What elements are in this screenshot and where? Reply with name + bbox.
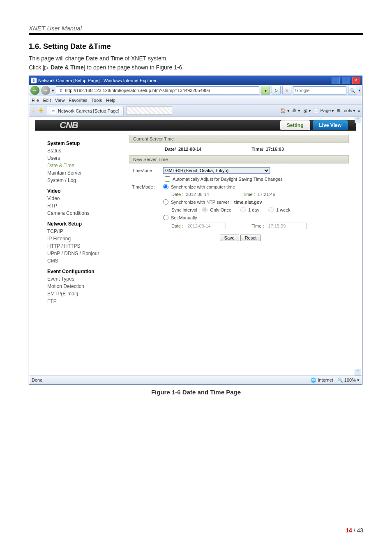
refresh-button[interactable]: ↻ — [272, 86, 281, 95]
browser-navbar: ← → ▾ e http://192.168.123.128/html/oper… — [29, 85, 362, 96]
header-rule — [29, 33, 363, 35]
blocked-image-placeholder — [126, 106, 172, 115]
menu-edit[interactable]: Edit — [43, 98, 51, 103]
manual-date-input[interactable] — [186, 223, 226, 229]
sidebar-item-tcpip[interactable]: TCP/IP — [47, 228, 129, 235]
status-left: Done — [32, 378, 42, 382]
radio-sync-computer[interactable] — [163, 184, 168, 189]
page-current: 14 — [346, 527, 352, 534]
sidebar-item-ftp[interactable]: FTP — [47, 297, 129, 305]
stop-button[interactable]: ✕ — [282, 86, 291, 95]
live-view-button[interactable]: Live View — [313, 120, 348, 130]
radio-set-manually[interactable] — [163, 215, 168, 220]
setting-button[interactable]: Setting — [280, 120, 310, 130]
search-box[interactable]: Google — [293, 86, 346, 94]
menu-help[interactable]: Help — [106, 98, 115, 103]
menu-file[interactable]: File — [32, 98, 39, 103]
triangle-icon: ▷ — [44, 64, 49, 71]
intro-text: This page will change Date and Time of X… — [29, 55, 363, 62]
dst-checkbox[interactable] — [165, 176, 170, 182]
current-server-time-title: Current Server Time — [129, 135, 349, 143]
radio-sync-ntp-label: Synchronize with NTP server : — [171, 200, 232, 205]
sidebar-item-cms[interactable]: CMS — [47, 257, 129, 265]
tab-page-icon: e — [51, 108, 56, 114]
window-maximize-button[interactable]: □ — [342, 77, 350, 84]
save-button[interactable]: Save — [220, 235, 239, 241]
radio-interval-once[interactable] — [202, 207, 208, 212]
page-content: ˄ CNB Setting Live View System Setup Sta… — [29, 117, 362, 375]
home-button[interactable]: 🏠 ▾ — [280, 108, 290, 113]
radio-interval-week[interactable] — [268, 207, 274, 212]
window-minimize-button[interactable]: _ — [332, 77, 340, 84]
sidebar-item-ipfiltering[interactable]: IP Filtering — [47, 235, 129, 242]
pc-date-label: Date : — [171, 192, 183, 197]
page-menu[interactable]: 📄 Page ▾ — [314, 108, 334, 113]
section-title: 1.6. Setting Date &Time — [29, 42, 363, 51]
nav-forward-button[interactable]: → — [41, 86, 50, 95]
doc-header: XNET User Manual — [29, 25, 363, 32]
menu-favorites[interactable]: Favorites — [69, 98, 87, 103]
browser-tab[interactable]: e Network Camera [Setup Page] — [46, 106, 124, 115]
sidebar-item-users[interactable]: Users — [47, 154, 129, 162]
interval-week-label: 1 week — [276, 207, 291, 212]
feeds-button[interactable]: 🖶 ▾ — [292, 108, 300, 113]
current-time-value: 17:16:03 — [266, 147, 284, 152]
current-date-value: 2012-08-14 — [178, 147, 201, 152]
sidebar-group-network: Network Setup — [47, 221, 129, 227]
search-placeholder: Google — [295, 88, 309, 93]
favorites-star-icon[interactable]: ☆ — [31, 107, 36, 114]
sidebar-item-smtp[interactable]: SMTP(E-mail) — [47, 290, 129, 297]
timemode-label: TimeMode : — [132, 184, 161, 189]
sync-interval-label: Sync interval : — [171, 207, 200, 212]
tools-menu[interactable]: ⚙ Tools ▾ — [337, 108, 355, 113]
browser-statusbar: Done 🌐 Internet 🔍 100% ▾ — [29, 375, 362, 384]
nav-dropdown-icon[interactable]: ▾ — [52, 88, 54, 93]
window-titlebar: e Network Camera [Setup Page] - Windows … — [29, 76, 362, 85]
sidebar-item-status[interactable]: Status — [47, 147, 129, 154]
nav-back-button[interactable]: ← — [30, 86, 39, 95]
sidebar-item-video[interactable]: Video — [47, 195, 129, 202]
toolbar-chevron-icon[interactable]: » — [358, 108, 360, 113]
click-suffix: ] to open the page shown in Figure 1-6. — [84, 64, 184, 71]
sidebar-item-http-https[interactable]: HTTP / HTTPS — [47, 242, 129, 250]
add-favorites-icon[interactable]: ✚ — [39, 107, 44, 114]
radio-interval-day[interactable] — [240, 207, 246, 212]
dst-label: Automatically Adjust for Daylight Saving… — [173, 177, 283, 182]
sidebar-item-motion[interactable]: Motion Detection — [47, 283, 129, 290]
sidebar-item-datetime[interactable]: Date & Time — [47, 162, 129, 169]
address-bar[interactable]: e http://192.168.123.128/html/operator/S… — [56, 86, 259, 94]
window-close-button[interactable]: × — [352, 77, 360, 84]
status-zoom[interactable]: 🔍 100% ▾ — [337, 378, 360, 383]
menu-view[interactable]: View — [55, 98, 65, 103]
scroll-up-button[interactable]: ˄ — [355, 117, 361, 123]
search-button[interactable]: 🔍 — [348, 86, 357, 95]
browser-menubar: File Edit View Favorites Tools Help — [29, 96, 362, 105]
menu-tools[interactable]: Tools — [92, 98, 102, 103]
interval-day-label: 1 day — [248, 207, 259, 212]
sidebar-item-maintain[interactable]: Maintain Server — [47, 169, 129, 177]
pc-date-value: 2012-08-14 — [186, 192, 209, 197]
search-dropdown-icon[interactable]: ▾ — [359, 88, 361, 92]
new-server-time-title: New Server Time — [129, 155, 349, 164]
go-dropdown-button[interactable]: ▾ — [261, 86, 270, 95]
pc-time-value: 17:21:46 — [258, 192, 275, 197]
app-header: CNB Setting Live View — [35, 120, 356, 131]
sidebar-item-systemlog[interactable]: System / Log — [47, 177, 129, 184]
sidebar-group-system: System Setup — [47, 140, 129, 146]
current-date-label: Date/ — [165, 147, 176, 152]
timezone-label: TimeZone : — [132, 168, 161, 173]
timezone-select[interactable]: GMT+09 (Seoul, Osaka, Tokyo) — [163, 167, 270, 174]
sidebar-item-upnp-ddns[interactable]: UPnP / DDNS / Bonjour — [47, 250, 129, 257]
page-number: 14 / 43 — [29, 527, 363, 534]
print-button[interactable]: 🖨 ▾ — [303, 108, 311, 113]
sidebar-item-camera-conditions[interactable]: Camera Conditions — [47, 210, 129, 217]
manual-time-label: Time : — [251, 223, 264, 228]
click-bold: Date & Time — [49, 64, 84, 71]
pc-time-label: Time : — [243, 192, 255, 197]
sidebar-item-event-types[interactable]: Event Types — [47, 275, 129, 283]
manual-time-input[interactable] — [267, 223, 307, 229]
sidebar-item-rtp[interactable]: RTP — [47, 202, 129, 210]
radio-sync-ntp[interactable] — [163, 199, 168, 205]
scroll-down-button[interactable]: ˅ — [355, 369, 361, 375]
reset-button[interactable]: Reset — [240, 235, 261, 241]
